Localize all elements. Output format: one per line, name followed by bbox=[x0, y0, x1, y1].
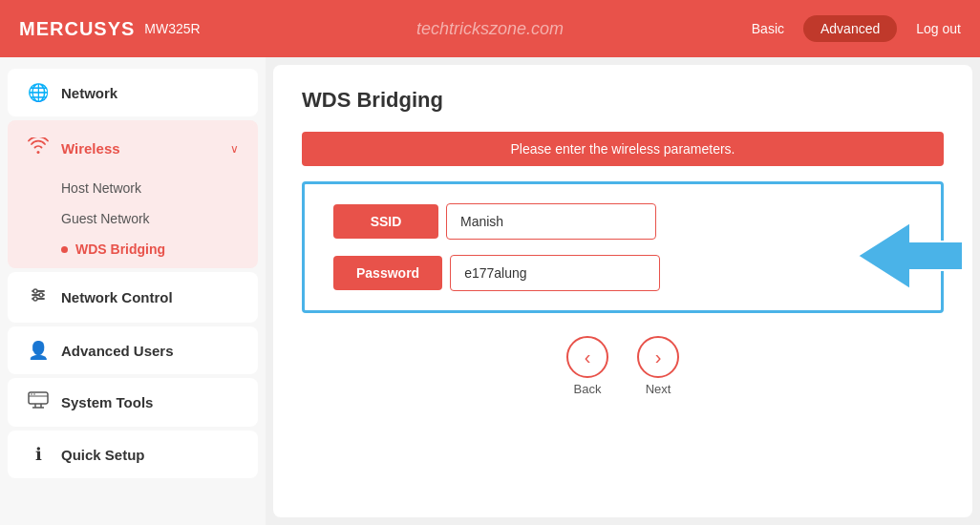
sidebar-item-network[interactable]: 🌐 Network bbox=[8, 69, 258, 116]
sidebar-item-wireless-label: Wireless bbox=[61, 140, 120, 157]
sidebar-item-advanced-users-label: Advanced Users bbox=[61, 343, 174, 359]
submenu-item-host-network[interactable]: Host Network bbox=[8, 173, 258, 203]
wds-bridging-dot bbox=[61, 246, 68, 253]
back-label: Back bbox=[574, 382, 602, 396]
back-button[interactable]: ‹ bbox=[566, 336, 608, 378]
svg-point-12 bbox=[33, 393, 35, 395]
submenu-item-wds-bridging[interactable]: WDS Bridging bbox=[8, 234, 258, 264]
form-area: SSID Password bbox=[302, 181, 944, 313]
password-label-button: Password bbox=[333, 256, 442, 290]
wireless-chevron-icon: ∨ bbox=[230, 142, 239, 156]
password-input[interactable] bbox=[450, 255, 660, 291]
ssid-input[interactable] bbox=[446, 203, 656, 240]
sidebar-item-quick-setup[interactable]: ℹ Quick Setup bbox=[8, 430, 258, 478]
password-row: Password bbox=[333, 255, 912, 291]
svg-point-3 bbox=[33, 289, 37, 293]
logout-nav-link[interactable]: Log out bbox=[916, 21, 961, 36]
next-label: Next bbox=[646, 382, 671, 396]
header-nav: Basic Advanced Log out bbox=[752, 15, 961, 42]
wireless-menu: Wireless ∨ Host Network Guest Network WD… bbox=[8, 120, 258, 268]
network-control-icon bbox=[27, 285, 50, 309]
sidebar-item-advanced-users[interactable]: 👤 Advanced Users bbox=[8, 326, 258, 374]
svg-marker-13 bbox=[858, 222, 963, 289]
next-button-wrap[interactable]: › Next bbox=[637, 336, 679, 396]
network-icon: 🌐 bbox=[27, 82, 50, 103]
back-button-wrap[interactable]: ‹ Back bbox=[566, 336, 608, 396]
sidebar-item-network-label: Network bbox=[61, 85, 117, 101]
main-content: WDS Bridging Please enter the wireless p… bbox=[273, 65, 972, 517]
brand-logo: MERCUSYS bbox=[19, 18, 135, 40]
next-button[interactable]: › bbox=[637, 336, 679, 378]
sidebar-item-network-control-label: Network Control bbox=[61, 289, 173, 305]
svg-point-4 bbox=[39, 293, 43, 297]
nav-buttons: ‹ Back › Next bbox=[302, 336, 944, 396]
info-bar: Please enter the wireless parameters. bbox=[302, 132, 944, 166]
advanced-nav-link[interactable]: Advanced bbox=[803, 15, 897, 42]
svg-point-5 bbox=[33, 297, 37, 301]
page-title: WDS Bridging bbox=[302, 88, 944, 113]
submenu-host-network-label: Host Network bbox=[61, 180, 141, 196]
advanced-users-icon: 👤 bbox=[27, 340, 50, 361]
ssid-label-button: SSID bbox=[333, 204, 438, 239]
sidebar-item-system-tools[interactable]: System Tools bbox=[8, 378, 258, 427]
submenu-guest-network-label: Guest Network bbox=[61, 211, 150, 226]
quick-setup-icon: ℹ bbox=[27, 444, 50, 465]
ssid-row: SSID bbox=[333, 203, 912, 240]
sidebar-item-system-tools-label: System Tools bbox=[61, 394, 153, 410]
watermark: techtrickszone.com bbox=[416, 19, 564, 39]
model-name: MW325R bbox=[144, 21, 200, 36]
system-tools-icon bbox=[27, 391, 50, 413]
svg-point-11 bbox=[31, 393, 32, 395]
sidebar: 🌐 Network Wireless ∨ Host Network Guest … bbox=[0, 57, 266, 525]
layout: 🌐 Network Wireless ∨ Host Network Guest … bbox=[0, 57, 980, 525]
sidebar-item-wireless[interactable]: Wireless ∨ bbox=[8, 124, 258, 173]
sidebar-item-quick-setup-label: Quick Setup bbox=[61, 447, 145, 463]
submenu-item-guest-network[interactable]: Guest Network bbox=[8, 203, 258, 234]
basic-nav-link[interactable]: Basic bbox=[752, 21, 784, 36]
arrow-indicator bbox=[858, 218, 963, 298]
wireless-icon bbox=[27, 137, 50, 159]
header: MERCUSYS MW325R techtrickszone.com Basic… bbox=[0, 0, 980, 57]
submenu-wds-bridging-label: WDS Bridging bbox=[75, 242, 165, 257]
sidebar-item-network-control[interactable]: Network Control bbox=[8, 272, 258, 323]
